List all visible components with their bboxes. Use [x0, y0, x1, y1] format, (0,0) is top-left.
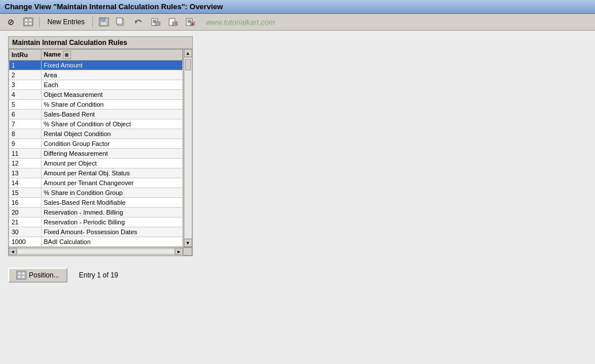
title-text: Change View "Maintain Internal Calculati… [5, 2, 223, 11]
delete-button[interactable] [183, 16, 198, 28]
copy3-button[interactable]: AB [166, 16, 181, 28]
table-row[interactable]: 1000BAdI Calculation [9, 237, 183, 247]
save-button[interactable] [96, 16, 111, 28]
back-button[interactable]: ⊘ [3, 16, 18, 28]
col-intru-header: IntRu [9, 50, 42, 61]
toolbar-separator-1 [39, 17, 40, 27]
new-entries-button[interactable]: New Entries [43, 17, 89, 27]
cell-name: Reservation - Immed. Billing [41, 208, 182, 217]
table-row[interactable]: 7% Share of Condition of Object [9, 119, 183, 129]
svg-text:AB: AB [173, 22, 177, 25]
cell-name: BAdI Calculation [41, 237, 182, 247]
cell-name: Amount per Object [41, 159, 182, 168]
table-row[interactable]: 11Differing Measurement [9, 149, 183, 159]
cell-name: Differing Measurement [41, 149, 182, 159]
cell-name: Rental Object Condition [41, 129, 182, 139]
watermark: www.tutorialkart.com [206, 18, 275, 27]
cell-intru: 14 [9, 178, 42, 188]
copy1-button[interactable] [114, 16, 129, 28]
table-row[interactable]: 14Amount per Tenant Changeover [9, 178, 183, 188]
table-row[interactable]: 15% Share in Condition Group [9, 188, 183, 198]
copy3-icon: AB [167, 17, 179, 27]
table-header-row: IntRu Name ⊞ [9, 50, 183, 61]
cell-intru: 3 [9, 80, 42, 90]
table-row[interactable]: 1Fixed Amount [9, 61, 183, 70]
svg-rect-4 [29, 22, 32, 25]
scroll-right-button[interactable]: ► [175, 248, 183, 255]
position-button[interactable]: Position... [8, 268, 68, 283]
table-row[interactable]: 5% Share of Condition [9, 100, 183, 110]
cell-name: Amount per Tenant Changeover [41, 178, 182, 188]
table-row[interactable]: 9Condition Group Factor [9, 139, 183, 149]
cell-intru: 4 [9, 90, 42, 100]
back-icon: ⊘ [5, 17, 17, 27]
cell-intru: 9 [9, 139, 42, 149]
cell-intru: 6 [9, 110, 42, 119]
save-icon [98, 17, 110, 27]
cell-name: Fixed Amount [41, 61, 182, 70]
undo-icon [133, 17, 144, 27]
scroll-down-button[interactable]: ▼ [184, 239, 192, 247]
table-row[interactable]: 20Reservation - Immed. Billing [9, 208, 183, 217]
svg-rect-9 [117, 18, 122, 24]
svg-text:AB: AB [156, 22, 160, 25]
cell-name: Sales-Based Rent [41, 110, 182, 119]
svg-rect-30 [18, 276, 21, 278]
command-icon [23, 17, 34, 27]
col-name-header: Name ⊞ [41, 50, 182, 61]
horizontal-scrollbar-row: ◄ ► [9, 247, 192, 256]
svg-rect-31 [22, 276, 25, 278]
undo-button[interactable] [131, 16, 146, 28]
cell-intru: 15 [9, 188, 42, 198]
svg-rect-6 [100, 18, 105, 21]
svg-rect-28 [18, 272, 21, 275]
cell-intru: 16 [9, 198, 42, 208]
scroll-thumb[interactable] [185, 59, 191, 70]
svg-rect-7 [100, 22, 107, 25]
table-row[interactable]: 21Reservation - Periodic Billing [9, 217, 183, 227]
cell-intru: 13 [9, 168, 42, 178]
svg-rect-1 [25, 19, 28, 21]
cell-intru: 30 [9, 227, 42, 237]
corner-btn [183, 247, 192, 256]
cell-intru: 5 [9, 100, 42, 110]
scroll-up-button[interactable]: ▲ [184, 49, 192, 57]
new-entries-label: New Entries [47, 18, 85, 26]
table-row[interactable]: 30Fixed Amount- Possession Dates [9, 227, 183, 237]
table-scroll-container: IntRu Name ⊞ 1Fixed Amount2Area3Each4Obj… [9, 49, 192, 247]
cell-intru: 7 [9, 119, 42, 129]
table-row[interactable]: 12Amount per Object [9, 159, 183, 168]
delete-icon [185, 17, 196, 27]
table-row[interactable]: 13Amount per Rental Obj. Status [9, 168, 183, 178]
cell-name: Fixed Amount- Possession Dates [41, 227, 182, 237]
svg-rect-3 [25, 22, 28, 25]
position-icon [16, 271, 27, 280]
table-container: Maintain Internal Calculation Rules IntR… [8, 36, 193, 256]
data-table: IntRu Name ⊞ 1Fixed Amount2Area3Each4Obj… [9, 49, 183, 247]
table-row[interactable]: 4Object Measurement [9, 90, 183, 100]
position-button-label: Position... [29, 271, 59, 279]
cell-name: Amount per Rental Obj. Status [41, 168, 182, 178]
cell-name: Each [41, 80, 182, 90]
toolbar-separator-2 [92, 17, 93, 27]
cell-intru: 20 [9, 208, 42, 217]
cell-intru: 21 [9, 217, 42, 227]
table-row[interactable]: 3Each [9, 80, 183, 90]
toolbar: ⊘ New Entries [0, 14, 595, 31]
scroll-left-button[interactable]: ◄ [9, 248, 17, 255]
cell-name: % Share of Condition of Object [41, 119, 182, 129]
cell-intru: 1 [9, 61, 42, 70]
bottom-area: Position... Entry 1 of 19 [8, 268, 587, 283]
cell-intru: 11 [9, 149, 42, 159]
copy1-icon [115, 17, 127, 27]
table-row[interactable]: 16Sales-Based Rent Modifiable [9, 198, 183, 208]
command-button[interactable] [21, 16, 36, 28]
col-sort-icon[interactable]: ⊞ [63, 51, 71, 59]
table-row[interactable]: 8Rental Object Condition [9, 129, 183, 139]
table-row[interactable]: 2Area [9, 70, 183, 80]
copy2-button[interactable]: AB [148, 16, 163, 28]
table-row[interactable]: 6Sales-Based Rent [9, 110, 183, 119]
scroll-track [184, 57, 192, 239]
svg-rect-2 [29, 19, 32, 21]
cell-intru: 8 [9, 129, 42, 139]
